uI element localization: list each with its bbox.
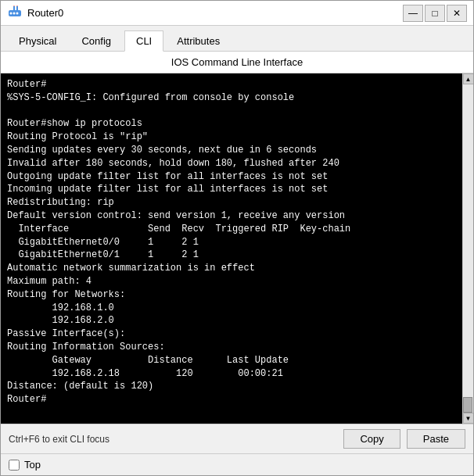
footer-bar: Top bbox=[1, 453, 473, 475]
top-checkbox-label[interactable]: Top bbox=[9, 459, 41, 471]
svg-rect-4 bbox=[13, 6, 15, 10]
window-title: Router0 bbox=[27, 7, 403, 19]
scroll-down-button[interactable]: ▼ bbox=[463, 413, 474, 424]
titlebar: Router0 — □ ✕ bbox=[1, 1, 473, 26]
copy-button[interactable]: Copy bbox=[343, 429, 400, 449]
svg-point-3 bbox=[16, 12, 19, 14]
maximize-button[interactable]: □ bbox=[425, 5, 445, 22]
scrollbar-thumb[interactable] bbox=[463, 397, 472, 413]
svg-marker-7 bbox=[16, 5, 18, 6]
svg-marker-6 bbox=[13, 5, 15, 6]
svg-rect-5 bbox=[16, 6, 18, 10]
tab-config[interactable]: Config bbox=[70, 30, 123, 51]
close-button[interactable]: ✕ bbox=[447, 5, 467, 22]
router-icon bbox=[7, 5, 23, 21]
cli-container: ▲ ▼ bbox=[1, 73, 473, 424]
tab-physical[interactable]: Physical bbox=[7, 30, 68, 51]
top-label: Top bbox=[24, 459, 41, 471]
svg-point-1 bbox=[10, 12, 13, 14]
cli-scrollbar: ▲ ▼ bbox=[462, 73, 473, 424]
tab-bar: Physical Config CLI Attributes bbox=[1, 26, 473, 52]
main-content: IOS Command Line Interface ▲ ▼ Ctrl+F6 t… bbox=[1, 52, 473, 453]
window: Router0 — □ ✕ Physical Config CLI Attrib… bbox=[0, 0, 474, 476]
bottom-bar: Ctrl+F6 to exit CLI focus Copy Paste bbox=[1, 424, 473, 453]
cli-textarea[interactable] bbox=[1, 73, 462, 424]
paste-button[interactable]: Paste bbox=[407, 429, 465, 449]
scroll-up-button[interactable]: ▲ bbox=[463, 73, 474, 84]
tab-attributes[interactable]: Attributes bbox=[165, 30, 232, 51]
scrollbar-track[interactable] bbox=[463, 84, 473, 413]
panel-title: IOS Command Line Interface bbox=[1, 52, 473, 73]
tab-cli[interactable]: CLI bbox=[124, 30, 163, 52]
svg-point-2 bbox=[13, 12, 16, 14]
titlebar-controls: — □ ✕ bbox=[403, 5, 467, 22]
minimize-button[interactable]: — bbox=[403, 5, 423, 22]
cli-hint: Ctrl+F6 to exit CLI focus bbox=[9, 434, 337, 445]
top-checkbox[interactable] bbox=[9, 460, 20, 471]
